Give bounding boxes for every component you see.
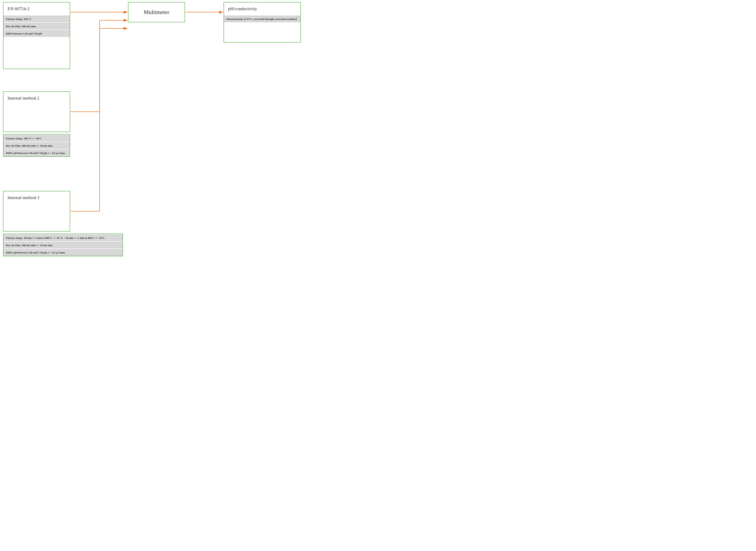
im2-params-block: Furnace temp.: 500 °C +/- 10°C Dry Air F… (3, 135, 70, 156)
arrow-im2-to-multi (70, 20, 128, 112)
box-multimeter: Multimeter (128, 2, 185, 22)
box-im3-title: Internal method 3 (3, 191, 70, 204)
box-en60754: EN 60754-2 Furnace temp.: 950 °C Dry Air… (3, 2, 70, 69)
arrow-im3-to-multi (70, 28, 128, 211)
box-im2-title: Internal method 2 (3, 92, 70, 104)
box-en60754-params: Furnace temp.: 950 °C Dry Air Flux: 300 … (3, 16, 70, 37)
box-internal-method-2: Internal method 2 (3, 91, 70, 132)
en-param-3: DDW between 5.50 and 7.50 pH (3, 30, 70, 37)
im2-param-3: DDW: pH between 5.50 and 7.50 pH, c < 0.… (3, 150, 70, 156)
en-param-2: Dry Air Flux: 300 mL/min (3, 23, 70, 30)
diagram-container: EN 60754-2 Furnace temp.: 950 °C Dry Air… (0, 0, 378, 276)
im3-param-3: DDW: pH between 5.50 and 7.50 pH, c < 0.… (3, 249, 122, 256)
box-multimeter-title: Multimeter (140, 3, 173, 21)
box-ph-conductivity: pH/conductivity Measurements at 25°C, co… (224, 2, 301, 43)
ph-params-block: Measurements at 25°C, corrected through … (224, 16, 300, 22)
box-im2-params: Furnace temp.: 500 °C +/- 10°C Dry Air F… (3, 134, 70, 157)
im2-param-2: Dry Air Flux: 300 mL/min +/- 10 mL/min (3, 142, 70, 149)
box-en60754-title: EN 60754-2 (3, 2, 70, 15)
box-internal-method-3: Internal method 3 (3, 191, 70, 231)
box-ph-title: pH/conductivity (224, 2, 300, 15)
en-param-1: Furnace temp.: 950 °C (3, 16, 70, 22)
im3-param-2: Dry Air Flux: 300 mL/min +/- 10 mL/min (3, 242, 122, 248)
im3-param-1: Furnace temp.: 40 min +/-5 min to 800°C … (3, 234, 122, 241)
box-im3-params: Furnace temp.: 40 min +/-5 min to 800°C … (3, 233, 123, 256)
im2-param-1: Furnace temp.: 500 °C +/- 10°C (3, 135, 70, 142)
ph-param-1: Measurements at 25°C, corrected through … (224, 16, 300, 22)
im3-params-block: Furnace temp.: 40 min +/-5 min to 800°C … (3, 234, 122, 256)
